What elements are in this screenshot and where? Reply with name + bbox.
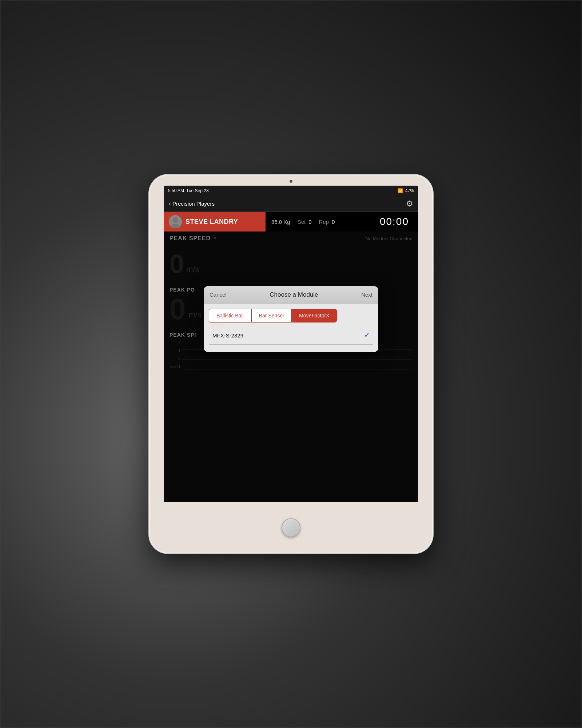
- modal-title: Choose a Module: [270, 291, 318, 298]
- content-area: PEAK SPEED ▼ No Module Connected 0 m/s P…: [164, 232, 418, 502]
- tab-bar-sensei[interactable]: Bar Sensei: [251, 309, 291, 323]
- player-name-section: STEVE LANDRY: [164, 212, 266, 232]
- svg-point-0: [172, 217, 178, 223]
- player-stats: 85.0 Kg Set 0 Rep 0 00:00: [266, 216, 418, 228]
- device-selected-icon: ✓: [364, 331, 370, 339]
- screen-content: STEVE LANDRY 85.0 Kg Set 0 Rep 0 00:00: [164, 212, 418, 502]
- svg-point-1: [171, 224, 180, 228]
- battery-display: 47%: [405, 188, 414, 193]
- status-bar: 5:50 AM Tue Sep 28 📶 47%: [164, 186, 418, 196]
- ipad-frame: 5:50 AM Tue Sep 28 📶 47% ‹ Precision Pla…: [149, 175, 433, 553]
- next-button[interactable]: Next: [361, 292, 372, 298]
- rep-label: Rep: [319, 219, 329, 225]
- device-list: MFX-S-2329 ✓: [204, 323, 378, 352]
- set-label: Set: [298, 219, 306, 225]
- back-button[interactable]: ‹ Precision Players: [169, 200, 215, 207]
- rep-value: 0: [332, 219, 335, 225]
- avatar: [169, 215, 182, 228]
- screen: 5:50 AM Tue Sep 28 📶 47% ‹ Precision Pla…: [164, 186, 418, 502]
- wifi-icon: 📶: [398, 188, 403, 193]
- nav-bar: ‹ Precision Players ⚙: [164, 196, 418, 212]
- player-name: STEVE LANDRY: [186, 218, 238, 226]
- rep-stat: Rep 0: [319, 219, 335, 225]
- tab-ballistic-ball[interactable]: Ballistic Ball: [209, 309, 251, 323]
- set-stat: Set 0: [298, 219, 312, 225]
- set-value: 0: [308, 219, 311, 225]
- timer-display: 00:00: [380, 216, 412, 228]
- device-item[interactable]: MFX-S-2329 ✓: [209, 326, 373, 345]
- settings-icon[interactable]: ⚙: [406, 199, 413, 209]
- player-header: STEVE LANDRY 85.0 Kg Set 0 Rep 0 00:00: [164, 212, 418, 232]
- status-left: 5:50 AM Tue Sep 28: [168, 188, 209, 193]
- back-label: Precision Players: [172, 201, 215, 207]
- time-display: 5:50 AM: [168, 188, 184, 193]
- date-display: Tue Sep 28: [186, 188, 209, 193]
- front-camera: [290, 180, 292, 183]
- home-button[interactable]: [282, 518, 300, 537]
- back-arrow-icon: ‹: [169, 200, 171, 207]
- weight-stat: 85.0 Kg: [271, 219, 290, 225]
- cancel-button[interactable]: Cancel: [210, 292, 227, 298]
- device-name: MFX-S-2329: [212, 332, 243, 339]
- home-button-area: [149, 502, 433, 553]
- weight-value: 85.0 Kg: [271, 219, 290, 225]
- module-tabs: Ballistic Ball Bar Sensei MoveFactorX: [204, 304, 378, 323]
- modal-header: Cancel Choose a Module Next: [204, 286, 378, 304]
- modal-overlay: Cancel Choose a Module Next Ballistic Ba…: [164, 232, 418, 502]
- status-right: 📶 47%: [398, 188, 414, 193]
- modal-container: Cancel Choose a Module Next Ballistic Ba…: [204, 286, 378, 352]
- tab-movefactorx[interactable]: MoveFactorX: [291, 309, 337, 323]
